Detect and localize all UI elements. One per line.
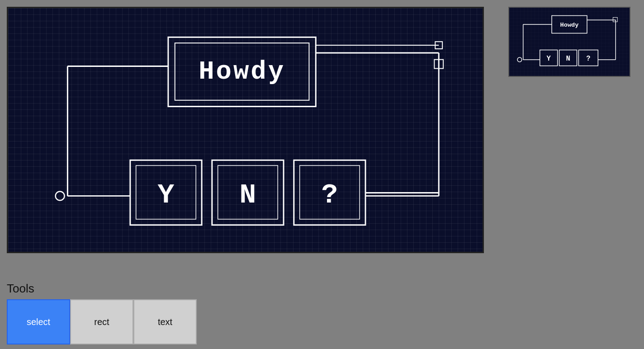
- svg-text:?: ?: [322, 179, 338, 211]
- svg-text:Howdy: Howdy: [560, 22, 579, 28]
- tools-label: Tools: [7, 282, 197, 296]
- select-tool-button[interactable]: select: [7, 299, 70, 344]
- svg-text:?: ?: [586, 55, 590, 63]
- tools-section: Tools select rect text: [7, 282, 197, 344]
- text-tool-button[interactable]: text: [133, 299, 197, 344]
- svg-text:Howdy: Howdy: [199, 57, 285, 86]
- diagram-svg: Howdy Y N ?: [8, 8, 483, 252]
- tools-buttons: select rect text: [7, 299, 197, 344]
- rect-tool-button[interactable]: rect: [70, 299, 133, 344]
- svg-point-10: [56, 191, 65, 200]
- minimap-panel: Howdy Y N ?: [508, 7, 630, 77]
- svg-text:Y: Y: [158, 179, 175, 211]
- svg-text:N: N: [566, 55, 570, 63]
- minimap-svg: Howdy Y N ?: [509, 8, 630, 76]
- svg-text:N: N: [240, 179, 256, 211]
- svg-text:Y: Y: [547, 55, 551, 63]
- main-canvas[interactable]: Howdy Y N ?: [7, 7, 484, 253]
